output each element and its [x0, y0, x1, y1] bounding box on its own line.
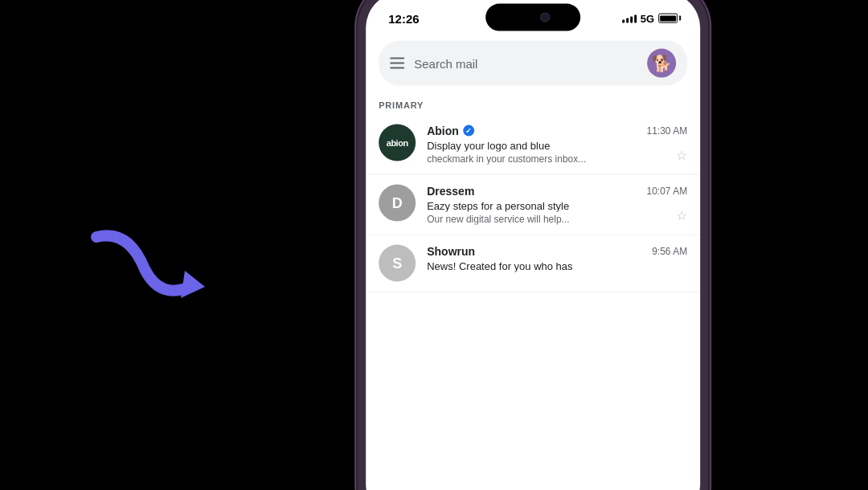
hamburger-menu-icon[interactable]: [390, 58, 404, 69]
arrow-icon: [80, 221, 209, 317]
abion-sender-name: Abion: [427, 125, 459, 137]
status-5g-label: 5G: [641, 12, 654, 24]
signal-bars-icon: [622, 14, 637, 23]
showrun-sender-name: Showrun: [427, 245, 475, 258]
abion-sender-row: Abion ✓: [427, 125, 474, 137]
status-time: 12:26: [388, 11, 419, 25]
abion-email-content: Abion ✓ 11:30 AM Display your logo and b…: [427, 125, 687, 165]
showrun-sender-row: Showrun: [427, 245, 475, 258]
search-area: Search mail 🐕: [366, 33, 700, 92]
email-list: abion Abion ✓ 11:30 AM Display your logo…: [366, 115, 700, 292]
showrun-email-time: 9:56 AM: [652, 246, 687, 257]
dressem-email-time: 10:07 AM: [646, 186, 687, 197]
phone-frame: 12:26 5G: [356, 0, 710, 490]
email-item-abion[interactable]: abion Abion ✓ 11:30 AM Display your logo…: [366, 115, 700, 175]
dressem-sender-row: Dressem: [427, 185, 474, 198]
signal-bar-2: [626, 18, 628, 23]
abion-avatar-text: abion: [387, 138, 408, 148]
primary-label: PRIMARY: [366, 92, 700, 115]
dressem-sender-name: Dressem: [427, 185, 474, 198]
abion-verified-badge: ✓: [463, 125, 474, 137]
search-placeholder-text[interactable]: Search mail: [414, 56, 637, 70]
svg-marker-0: [181, 271, 205, 298]
battery-icon: [658, 14, 678, 23]
hamburger-line-2: [390, 63, 404, 64]
dressem-email-preview: Our new digital service will help...: [427, 214, 687, 225]
hamburger-line-1: [390, 58, 404, 59]
status-icons: 5G: [622, 12, 678, 24]
abion-email-subject: Display your logo and blue: [427, 140, 687, 152]
email-item-showrun[interactable]: S Showrun 9:56 AM News! Created for you …: [366, 235, 700, 292]
abion-email-preview: checkmark in your customers inbox...: [427, 153, 687, 165]
hamburger-line-3: [390, 67, 404, 69]
showrun-avatar: S: [379, 245, 416, 282]
abion-email-time: 11:30 AM: [646, 125, 687, 137]
abion-email-header: Abion ✓ 11:30 AM: [427, 125, 687, 137]
dressem-star-icon[interactable]: ☆: [676, 208, 687, 223]
showrun-email-content: Showrun 9:56 AM News! Created for you wh…: [427, 245, 687, 274]
abion-avatar: abion: [379, 125, 416, 161]
dressem-email-subject: Eazy steps for a personal style: [427, 200, 687, 212]
battery-fill: [660, 15, 676, 21]
dressem-avatar: D: [379, 185, 416, 222]
abion-star-icon[interactable]: ☆: [676, 148, 687, 163]
search-bar[interactable]: Search mail 🐕: [379, 41, 687, 86]
signal-bar-4: [634, 15, 637, 23]
dressem-email-content: Dressem 10:07 AM Eazy steps for a person…: [427, 185, 687, 225]
signal-bar-1: [622, 20, 624, 23]
scene: 12:26 5G: [0, 0, 868, 490]
email-item-dressem[interactable]: D Dressem 10:07 AM Eazy steps for a pers…: [366, 175, 700, 235]
showrun-email-header: Showrun 9:56 AM: [427, 245, 687, 258]
dynamic-island: [485, 4, 580, 31]
showrun-avatar-text: S: [392, 255, 402, 272]
phone-screen: 12:26 5G: [366, 0, 700, 490]
dressem-email-header: Dressem 10:07 AM: [427, 185, 687, 198]
signal-bar-3: [630, 17, 633, 23]
showrun-email-subject: News! Created for you who has: [427, 260, 687, 272]
status-bar: 12:26 5G: [366, 0, 700, 33]
arrow-container: [80, 221, 209, 321]
camera-dot: [541, 14, 549, 22]
user-avatar[interactable]: 🐕: [647, 49, 676, 78]
dressem-avatar-text: D: [392, 194, 403, 211]
